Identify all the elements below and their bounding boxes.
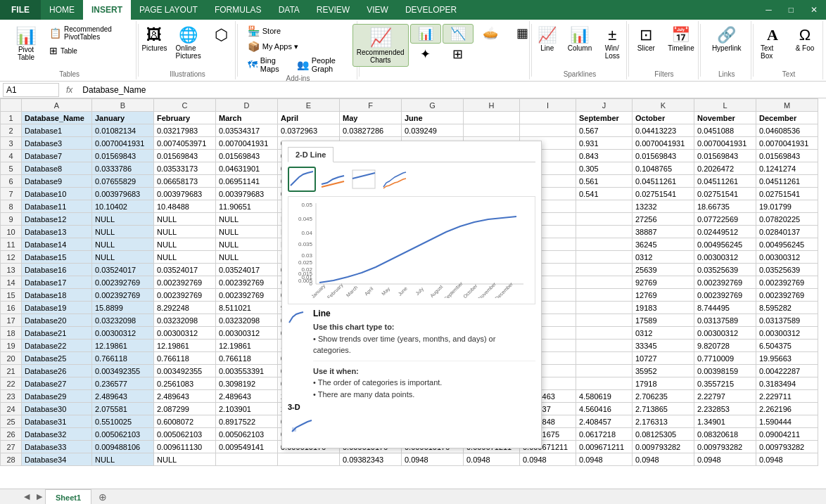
cell-r23-c1[interactable]: 2.489643 [92,390,154,403]
cell-r5-c3[interactable]: 0.04631901 [216,162,278,175]
tab-data[interactable]: DATA [270,0,308,20]
col-header-E[interactable]: E [278,99,340,112]
cell-r12-c12[interactable]: 0.00300312 [756,251,818,264]
cell-r5-c10[interactable]: 0.1048765 [633,162,694,175]
tooltip-tab-3d[interactable] [333,147,348,162]
col-header-D[interactable]: D [216,99,278,112]
pie-chart-button[interactable]: 🥧 [475,24,506,44]
cell-r2-c3[interactable]: 0.03534317 [216,124,278,137]
cell-r11-c0[interactable]: Database14 [22,238,92,251]
cell-r24-c1[interactable]: 2.075581 [92,403,154,415]
header-dbname[interactable]: Database_Name [22,112,92,124]
cell-r26-c1[interactable]: 0.005062103 [92,428,154,441]
foo-button[interactable]: Ω & Foo [789,24,820,54]
cell-r14-c1[interactable]: 0.002392769 [92,276,154,289]
tab-home[interactable]: HOME [41,0,83,20]
cell-r22-c12[interactable]: 0.3183494 [756,377,818,390]
cell-r28-c2[interactable]: NULL [154,453,216,466]
slicer-button[interactable]: ⊡ Slicer [630,24,661,54]
cell-r18-c11[interactable]: 0.00300312 [694,327,756,340]
cell-r2-c0[interactable]: Database1 [22,124,92,137]
cell-r28-c5[interactable]: 0.09382343 [340,453,402,466]
cell-r25-c12[interactable]: 1.590444 [756,415,818,428]
cell-r22-c11[interactable]: 0.3557215 [694,377,756,390]
cell-r6-c12[interactable]: 0.04511261 [756,175,818,188]
table-button[interactable]: ⊞ Table [46,44,130,58]
cell-r7-c2[interactable]: 0.003979683 [154,188,216,200]
cell-r11-c10[interactable]: 36245 [633,238,694,251]
cell-r19-c0[interactable]: Database22 [22,340,92,352]
cell-r10-c9[interactable] [576,226,633,238]
cell-r3-c10[interactable]: 0.0070041931 [633,137,694,150]
cell-r12-c1[interactable]: NULL [92,251,154,264]
header-jun[interactable]: June [402,112,464,124]
cell-r7-c0[interactable]: Database10 [22,188,92,200]
header-may[interactable]: May [340,112,402,124]
cell-r3-c1[interactable]: 0.0070041931 [92,137,154,150]
cell-r5-c9[interactable]: 0.305 [576,162,633,175]
col-header-L[interactable]: L [694,99,756,112]
cell-r2-c1[interactable]: 0.01082134 [92,124,154,137]
cell-r27-c2[interactable]: 0.009611130 [154,441,216,453]
chart-icon-stacked[interactable] [319,167,347,192]
cell-r7-c9[interactable]: 0.541 [576,188,633,200]
tab-developer[interactable]: DEVELOPER [397,0,465,20]
cell-r21-c0[interactable]: Database26 [22,365,92,377]
cell-r24-c11[interactable]: 2.232853 [694,403,756,415]
cell-r17-c2[interactable]: 0.03232098 [154,314,216,327]
tab-review[interactable]: REVIEW [308,0,358,20]
cell-r9-c12[interactable]: 0.07820225 [756,213,818,226]
cell-r13-c9[interactable] [576,264,633,276]
header-nov[interactable]: November [694,112,756,124]
cell-r24-c9[interactable]: 4.560416 [576,403,633,415]
cell-r13-c2[interactable]: 0.03524017 [154,264,216,276]
cell-r8-c12[interactable]: 19.01799 [756,200,818,213]
col-header-A[interactable]: A [22,99,92,112]
cell-r21-c1[interactable]: 0.003492355 [92,365,154,377]
cell-r18-c1[interactable]: 0.00300312 [92,327,154,340]
cell-r27-c0[interactable]: Database33 [22,441,92,453]
cell-r19-c10[interactable]: 33345 [633,340,694,352]
my-apps-button[interactable]: 📦 My Apps ▾ [245,39,301,53]
cell-r14-c11[interactable]: 0.002392769 [694,276,756,289]
cell-r28-c11[interactable]: 0.0948 [694,453,756,466]
cell-r19-c2[interactable]: 12.19861 [154,340,216,352]
cell-r8-c0[interactable]: Database11 [22,200,92,213]
cell-r12-c11[interactable]: 0.00300312 [694,251,756,264]
cell-r3-c12[interactable]: 0.0070041931 [756,137,818,150]
cell-r15-c12[interactable]: 0.002392769 [756,289,818,302]
cell-r21-c10[interactable]: 35952 [633,365,694,377]
cell-r16-c2[interactable]: 8.292248 [154,302,216,314]
cell-r4-c11[interactable]: 0.01569843 [694,150,756,162]
col-header-C[interactable]: C [154,99,216,112]
cell-r3-c0[interactable]: Database3 [22,137,92,150]
cell-r25-c9[interactable]: 2.408457 [576,415,633,428]
cell-r18-c0[interactable]: Database21 [22,327,92,340]
cell-r7-c12[interactable]: 0.02751541 [756,188,818,200]
cell-r23-c2[interactable]: 2.489643 [154,390,216,403]
cell-r11-c2[interactable]: NULL [154,238,216,251]
cell-r16-c10[interactable]: 19183 [633,302,694,314]
cell-r14-c3[interactable]: 0.002392769 [216,276,278,289]
pictures-button[interactable]: 🖼 Pictures [138,24,170,54]
close-button[interactable]: ✕ [802,0,826,20]
cell-r22-c3[interactable]: 0.3098192 [216,377,278,390]
cell-r5-c0[interactable]: Database8 [22,162,92,175]
cell-r22-c0[interactable]: Database27 [22,377,92,390]
sheet-tab-sheet1[interactable]: Sheet1 [45,489,91,505]
cell-r17-c10[interactable]: 17589 [633,314,694,327]
cell-r13-c11[interactable]: 0.03525639 [694,264,756,276]
cell-r15-c10[interactable]: 12769 [633,289,694,302]
shapes-button[interactable]: ⬡ [206,24,237,46]
more-charts-button[interactable]: ⊞ [443,45,474,63]
cell-r18-c3[interactable]: 0.00300312 [216,327,278,340]
cell-r18-c2[interactable]: 0.00300312 [154,327,216,340]
cell-r20-c12[interactable]: 19.95663 [756,352,818,365]
cell-r2-c11[interactable]: 0.0451088 [694,124,756,137]
cell-r4-c0[interactable]: Database7 [22,150,92,162]
cell-r20-c10[interactable]: 10727 [633,352,694,365]
spark-line-button[interactable]: 📈 Line [532,24,563,54]
cell-r24-c2[interactable]: 2.087299 [154,403,216,415]
cell-r19-c1[interactable]: 12.19861 [92,340,154,352]
cell-r18-c12[interactable]: 0.00300312 [756,327,818,340]
